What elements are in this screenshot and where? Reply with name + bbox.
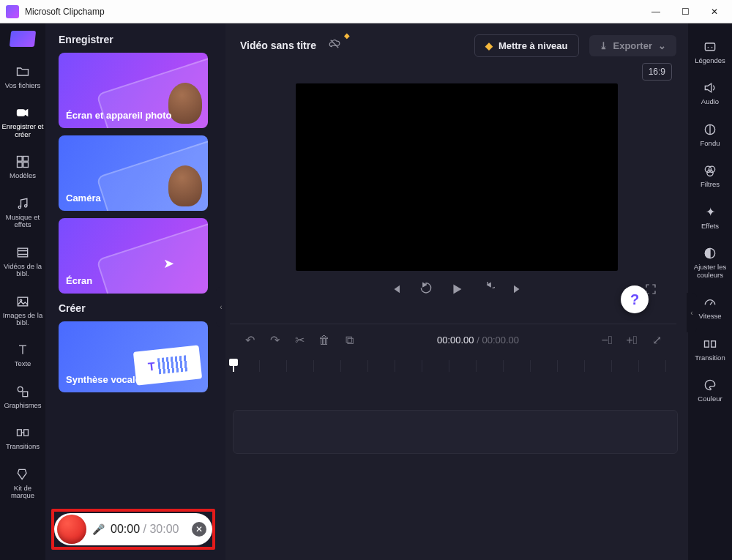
film-icon [15,245,30,260]
nav-label: Vidéos de la bibl. [1,263,44,278]
svg-rect-0 [18,110,25,116]
timeline-track-empty[interactable] [233,410,678,454]
nav-stock-video[interactable]: Vidéos de la bibl. [1,241,44,283]
card-label: Caméra [59,185,108,211]
maximize-button[interactable]: ☐ [671,1,700,22]
card-label: Écran [59,268,100,294]
microphone-icon[interactable]: 🎤 [92,523,105,535]
skip-start-button[interactable] [387,281,403,297]
prop-label: Filtres [701,181,720,188]
prop-color[interactable]: Couleur [690,373,731,407]
nav-brand-kit[interactable]: Kit de marque [1,463,44,504]
card-camera[interactable]: Caméra [59,135,208,211]
nav-your-files[interactable]: Vos fichiers [1,60,44,94]
nav-graphics[interactable]: Graphismes [1,380,44,414]
folder-icon [15,64,30,79]
timecode: 00:00.00 / 00:00.00 [367,335,589,346]
contrast-icon [703,246,717,261]
speedometer-icon [703,295,717,310]
aspect-ratio-button[interactable]: 16:9 [642,63,672,81]
svg-rect-4 [23,163,29,168]
card-text-to-speech[interactable]: T Synthèse vocale [59,321,208,392]
nav-transitions[interactable]: Transitions [1,421,44,455]
svg-point-18 [707,170,713,176]
zoom-fit-button[interactable]: ⤢ [650,334,663,347]
prop-audio[interactable]: Audio [690,76,731,110]
card-label: Synthèse vocale [59,367,148,392]
prop-label: Vitesse [699,313,722,320]
split-button[interactable]: ✂ [293,334,306,347]
palette-icon [703,378,717,392]
svg-rect-7 [18,248,27,257]
music-icon [15,196,30,211]
upload-icon: ⤓ [600,40,608,51]
recorder-elapsed: 00:00 [111,523,140,535]
prop-fade[interactable]: Fondu [690,118,731,152]
timeline-toolbar: ↶ ↷ ✂ 🗑 ⧉ 00:00.00 / 00:00.00 −⃝ +⃝ ⤢ [230,324,676,356]
nav-label: Vos fichiers [5,82,41,89]
cloud-sync-icon[interactable]: ◆ [326,37,343,53]
minimize-button[interactable]: — [641,1,671,22]
duplicate-button[interactable]: ⧉ [343,334,356,347]
nav-record-create[interactable]: Enregistrer et créer [1,101,44,143]
close-button[interactable]: ✕ [700,1,729,22]
video-preview[interactable] [296,83,618,271]
recorder-time: 00:00 / 30:00 [111,523,179,536]
main-area: Vidéo sans titre ◆ ◆ Mettre à niveau ⤓ E… [225,23,688,560]
record-button[interactable] [57,515,86,544]
nav-templates[interactable]: Modèles [1,150,44,184]
prop-adjust-colors[interactable]: Ajuster les couleurs [690,242,731,283]
undo-button[interactable]: ↶ [243,334,256,347]
rewind-button[interactable] [418,281,434,297]
record-heading: Enregistrer [59,34,218,45]
forward-button[interactable] [479,281,496,297]
playhead[interactable] [233,360,234,372]
card-screen[interactable]: ➤ Écran [59,218,208,294]
nav-label: Graphismes [4,402,41,409]
prop-filters[interactable]: Filtres [690,159,731,193]
redo-button[interactable]: ↷ [268,334,281,347]
svg-rect-14 [705,43,714,51]
upgrade-label: Mettre à niveau [498,40,568,51]
play-button[interactable] [449,281,465,297]
prop-label: Couleur [698,395,722,403]
recorder-close-button[interactable]: ✕ [192,522,206,537]
nav-label: Musique et effets [1,214,44,229]
prop-effects[interactable]: ✦ Effets [690,201,731,234]
timeline[interactable] [233,360,678,560]
video-title[interactable]: Vidéo sans titre [240,40,316,51]
zoom-in-button[interactable]: +⃝ [625,334,638,347]
collapse-panel-button[interactable]: ‹ [216,287,226,326]
help-button[interactable]: ? [621,285,649,313]
time-current: 00:00.00 [437,335,474,346]
zoom-out-button[interactable]: −⃝ [600,334,613,347]
nav-text[interactable]: Texte [1,338,44,372]
nav-label: Images de la bibl. [1,312,44,327]
expand-properties-button[interactable]: ‹ [687,293,697,332]
prop-label: Ajuster les couleurs [690,264,731,279]
nav-stock-image[interactable]: Images de la bibl. [1,290,44,332]
prop-captions[interactable]: Légendes [690,35,731,69]
prop-transition[interactable]: Transition [690,332,731,366]
transition-icon [15,425,30,440]
timeline-ruler[interactable] [233,360,678,372]
svg-point-6 [25,204,27,206]
nav-label: Modèles [10,172,36,179]
chevron-down-icon: ⌄ [658,40,666,51]
card-screen-and-camera[interactable]: Écran et appareil photo [59,53,208,128]
screen-recorder-highlight: 🎤 00:00 / 30:00 ✕ [51,509,215,550]
time-total: 00:00.00 [482,335,519,346]
transition-icon [703,337,717,351]
magic-wand-icon: ✦ [703,205,717,220]
skip-end-button[interactable] [510,281,526,297]
question-icon: ? [630,291,639,308]
upgrade-button[interactable]: ◆ Mettre à niveau [474,34,579,57]
nav-music[interactable]: Musique et effets [1,192,44,234]
svg-rect-13 [24,430,29,436]
window-title: Microsoft Clipchamp [25,7,105,17]
delete-button[interactable]: 🗑 [318,334,331,347]
export-button[interactable]: ⤓ Exporter ⌄ [589,35,676,56]
svg-rect-12 [18,430,22,436]
svg-rect-8 [18,297,27,306]
nav-label: Transitions [6,443,40,450]
